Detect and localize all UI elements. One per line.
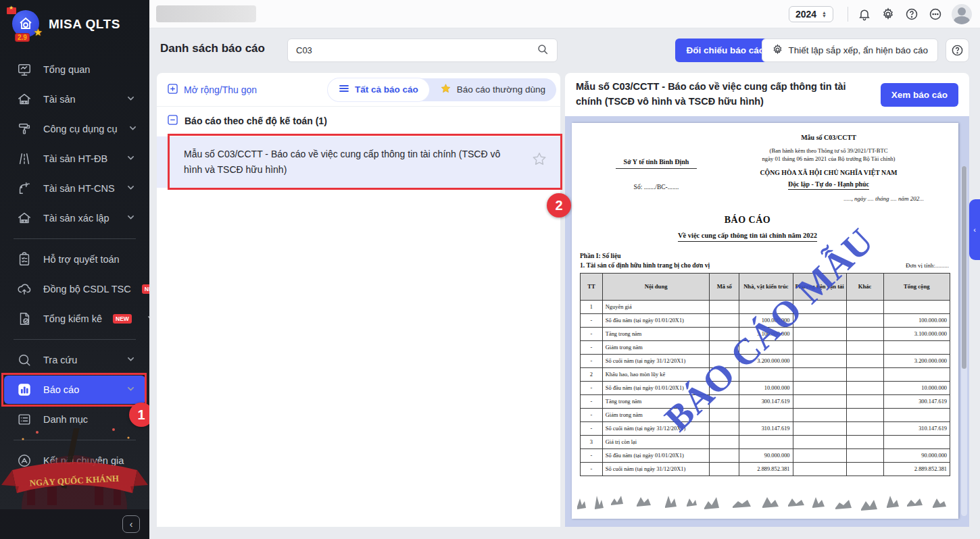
sidebar-item-cong-cu-dung-cu[interactable]: Công cụ dụng cụ bbox=[4, 115, 145, 143]
doc-issued-line2: ngày 01 tháng 06 năm 2021 của Bộ trưởng … bbox=[731, 155, 927, 163]
report-settings-button[interactable]: Thiết lập sắp xếp, ẩn hiện báo cáo bbox=[762, 38, 938, 62]
annotation-box-2 bbox=[168, 134, 562, 190]
doc-table-row: -Tăng trong năm3.100.000.0003.100.000.00… bbox=[581, 327, 950, 340]
doc-cell-value: 10.000.000 bbox=[883, 381, 950, 394]
sidebar-collapse-button[interactable]: ‹ bbox=[122, 515, 140, 533]
report-section-header[interactable]: Báo cáo theo chế độ kế toán (1) bbox=[157, 107, 560, 134]
doc-cell-value bbox=[710, 340, 739, 354]
doc-cell-value bbox=[846, 367, 883, 381]
chevron-down-icon bbox=[128, 124, 137, 134]
more-icon[interactable] bbox=[928, 7, 943, 22]
doc-cell-value: 10.000.000 bbox=[739, 381, 793, 394]
doc-cell-value bbox=[739, 435, 793, 448]
sidebar-item-label: Kết nối chuyên gia bbox=[43, 455, 136, 466]
doc-cell-value bbox=[710, 381, 739, 394]
search-input[interactable] bbox=[296, 45, 537, 55]
doc-cell-value bbox=[883, 435, 950, 448]
doc-cell-value: 2 bbox=[581, 367, 603, 381]
report-list-panel: Mở rộng/Thu gọn Tất cả báo cáo bbox=[157, 73, 560, 527]
doc-cell-value bbox=[846, 435, 883, 448]
doc-cell-value bbox=[710, 367, 739, 381]
doc-number: Số: ......./BC-....... bbox=[585, 184, 727, 190]
doc-cell-value bbox=[793, 367, 846, 381]
sidebar-item-ket-noi-chuyen-gia[interactable]: Kết nối chuyên gia bbox=[4, 446, 145, 475]
year-stepper-icon[interactable]: ▲▼ bbox=[822, 11, 827, 18]
panel-collapse-tab[interactable]: ‹ bbox=[969, 199, 980, 260]
doc-cell-value bbox=[710, 462, 739, 476]
chevron-down-icon bbox=[126, 94, 136, 105]
app-logo: ★ 2.9 MISA QLTS bbox=[0, 0, 149, 47]
doc-cell-value bbox=[710, 408, 739, 421]
doc-cell-value: - bbox=[581, 313, 603, 327]
year-value: 2024 bbox=[795, 9, 816, 20]
sidebar-item-bao-cao[interactable]: Báo cáo1 bbox=[4, 376, 145, 404]
sidebar-item-label: Tài sản HT-ĐB bbox=[43, 153, 116, 164]
page-help-button[interactable] bbox=[946, 38, 969, 62]
avatar[interactable] bbox=[952, 4, 972, 24]
doc-cell-value bbox=[846, 340, 883, 354]
doc-table-row: 3Giá trị còn lại bbox=[581, 435, 950, 448]
list-box-icon bbox=[16, 411, 32, 428]
doc-cell-value bbox=[883, 367, 950, 381]
sidebar-item-tra-cuu[interactable]: Tra cứu bbox=[4, 346, 145, 374]
doc-col-header: Mã số bbox=[710, 273, 739, 300]
doc-cell-value bbox=[793, 408, 846, 421]
bell-icon[interactable] bbox=[857, 7, 872, 22]
sidebar-item-tai-san[interactable]: Tài sản bbox=[4, 85, 145, 113]
doc-cell-content: Số cuối năm (tại ngày 31/12/20X1) bbox=[602, 462, 710, 476]
tab-all-reports[interactable]: Tất cả báo cáo bbox=[328, 78, 429, 101]
star-outline-icon[interactable] bbox=[532, 151, 547, 171]
sidebar-item-label: Tra cứu bbox=[43, 355, 116, 365]
sidebar-item-label: Tài sản bbox=[43, 94, 116, 105]
compare-reports-button[interactable]: Đối chiếu báo cáo bbox=[675, 38, 775, 62]
tab-favorite-reports[interactable]: Báo cáo thường dùng bbox=[429, 78, 556, 101]
plus-box-icon bbox=[168, 84, 178, 96]
doc-cell-value: - bbox=[581, 394, 603, 408]
doc-form-number: Mẫu số C03/CCTT bbox=[731, 134, 927, 141]
doc-cell-value bbox=[739, 340, 793, 354]
doc-table-row: -Số đầu năm (tại ngày 01/01/20X1)90.000.… bbox=[581, 448, 950, 462]
doc-table-row: -Số cuối năm (tại ngày 31/12/20X1)310.14… bbox=[581, 421, 950, 435]
doc-unit-label: Đơn vị tính:......... bbox=[906, 261, 949, 271]
year-selector[interactable]: 2024 ▲▼ bbox=[789, 6, 833, 22]
sidebar-divider bbox=[14, 339, 136, 340]
doc-cell-value: 310.147.619 bbox=[883, 421, 950, 435]
sidebar-item-label: Đồng bộ CSDL TSC bbox=[43, 284, 131, 294]
sidebar-item-tong-kiem-ke[interactable]: Tổng kiểm kêNEW bbox=[4, 305, 145, 333]
sidebar-item-tong-quan[interactable]: Tổng quan bbox=[4, 55, 145, 84]
sidebar-divider bbox=[14, 238, 136, 239]
doc-cell-value: - bbox=[581, 421, 603, 435]
expand-collapse-link[interactable]: Mở rộng/Thu gọn bbox=[168, 84, 257, 96]
sidebar-item-tai-san-xac-lap[interactable]: Tài sản xác lập bbox=[4, 204, 145, 232]
doc-cell-value bbox=[793, 300, 846, 313]
gear-icon[interactable] bbox=[881, 7, 896, 22]
logo-icon: ★ 2.9 bbox=[9, 9, 41, 40]
view-report-button[interactable]: Xem báo cáo bbox=[881, 83, 958, 107]
expand-collapse-label: Mở rộng/Thu gọn bbox=[184, 84, 257, 95]
doc-cell-value: - bbox=[581, 408, 603, 421]
sidebar-footer: ‹ bbox=[0, 509, 149, 539]
sidebar-item-label: Công cụ dụng cụ bbox=[43, 124, 118, 134]
doc-col-header: Phương tiện vận tải bbox=[793, 273, 846, 300]
sidebar-item-danh-muc[interactable]: Danh mục bbox=[4, 405, 145, 434]
sidebar-item--ong-bo-csdl-tsc[interactable]: Đồng bộ CSDL TSCNEW bbox=[4, 275, 145, 303]
doc-cell-value bbox=[710, 327, 739, 340]
report-list-item-selected[interactable]: Mẫu số C03/CCTT - Báo cáo về việc cung c… bbox=[157, 136, 560, 188]
doc-cell-value bbox=[846, 448, 883, 462]
sidebar-item-ho-tro-quyet-toan[interactable]: Hỗ trợ quyết toán bbox=[4, 245, 145, 274]
sidebar-item-label: Báo cáo bbox=[43, 384, 116, 395]
list-icon bbox=[339, 84, 349, 95]
doc-table-row: -Số đầu năm (tại ngày 01/01/20X1)10.000.… bbox=[581, 381, 950, 394]
new-badge: NEW bbox=[142, 284, 149, 294]
sidebar-item-tai-san-ht-b[interactable]: Tài sản HT-ĐB bbox=[4, 145, 145, 173]
doc-col-header: Khác bbox=[846, 273, 883, 300]
sidebar-item-label: Tài sản xác lập bbox=[43, 213, 116, 224]
doc-cell-value bbox=[846, 313, 883, 327]
sidebar-item-tai-san-ht-cns[interactable]: Tài sản HT-CNS bbox=[4, 174, 145, 203]
preview-scrollbar[interactable] bbox=[961, 166, 967, 516]
doc-cell-value bbox=[710, 313, 739, 327]
help-icon[interactable] bbox=[904, 7, 919, 22]
doc-cell-content: Tăng trong năm bbox=[602, 327, 710, 340]
annotation-step-2: 2 bbox=[547, 193, 571, 217]
search-icon[interactable] bbox=[537, 43, 549, 58]
